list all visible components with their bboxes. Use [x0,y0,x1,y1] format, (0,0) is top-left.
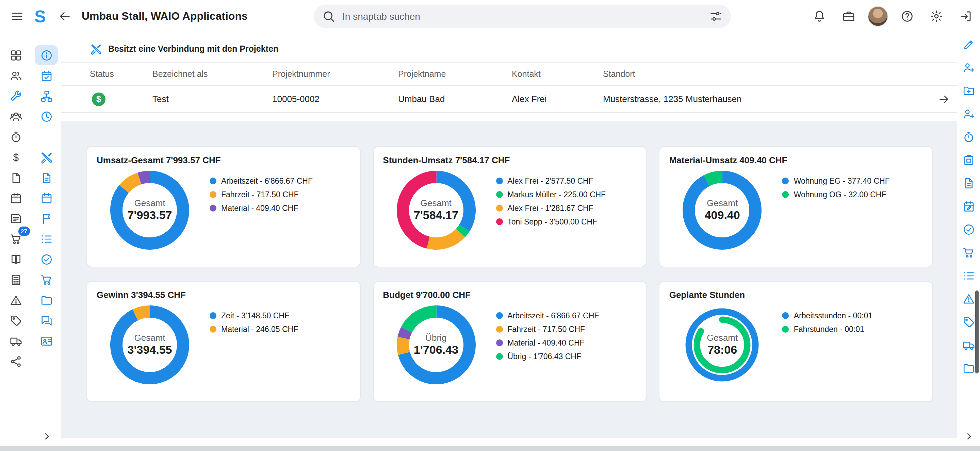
legend-dot [782,312,789,319]
help-icon [900,10,914,23]
nav-tools[interactable] [35,147,58,167]
app-logo[interactable]: S [31,8,49,25]
legend-dot [782,191,789,198]
apps-toolbox-button[interactable] [838,6,859,27]
nav-cart[interactable] [957,241,980,264]
help-button[interactable] [897,6,917,27]
avatar[interactable] [868,6,888,27]
nav-chat[interactable] [35,310,58,330]
nav-warning[interactable] [4,290,27,310]
nav-calendar[interactable] [4,188,27,208]
card-title: Material-Umsatz 409.40 CHF [669,155,923,165]
nav-folder[interactable] [35,290,58,310]
cart-icon [962,246,975,259]
legend-item: Arbeitsstunden - 00:01 [782,309,872,322]
nav-check-circle[interactable] [957,218,980,241]
nav-contact[interactable] [35,330,58,351]
nav-file[interactable] [4,167,27,188]
project-connection-section: Besitzt eine Verbindung mit den Projekte… [61,33,957,113]
nav-person-add[interactable] [957,56,980,79]
nav-note[interactable] [4,208,27,229]
nav-doc-lines[interactable] [957,172,980,195]
nav-check-circle[interactable] [35,249,58,269]
settings-button[interactable] [926,6,947,27]
legend-item: Arbeitszeit - 6'866.67 CHF [210,174,313,188]
nav-groups[interactable] [4,106,27,127]
nav-stopwatch[interactable] [4,127,27,147]
nav-clipboard[interactable] [957,148,980,172]
table-header: StatusBezeichnet alsProjektnummerProjekt… [61,62,957,86]
sidebar-expand-chevron[interactable] [38,428,54,444]
truck-icon [9,334,22,347]
nav-listnum[interactable] [957,264,980,287]
legend-dot [210,312,216,319]
nav-calc[interactable] [4,269,27,290]
legend-dot [496,218,503,225]
flow-icon [40,89,53,102]
nav-folder-plus[interactable] [957,79,980,102]
nav-tag[interactable] [4,310,27,330]
legend-label: Material - 409.40 CHF [221,204,298,212]
stat-card: Gewinn 3'394.55 CHFGesamt3'394.55Zeit - … [86,281,360,402]
nav-cart[interactable]: 27 [4,229,27,249]
nav-calendar-check[interactable] [35,65,58,86]
status-icon: $ [92,92,105,106]
table-row[interactable]: $Test10005-0002Umbau BadAlex FreiMusters… [61,86,957,113]
cart-badge: 27 [18,227,30,236]
chart-legend: Arbeitsstunden - 00:01Fahrstunden - 00:0… [782,305,872,336]
legend-label: Fahrstunden - 00:01 [794,325,864,333]
scrollbar-thumb[interactable] [975,291,978,373]
stat-card: Budget 9'700.00 CHFÜbrig1'706.43Arbeitsz… [372,281,646,402]
back-button[interactable] [54,6,75,27]
nav-flow[interactable] [35,86,58,106]
users-icon [9,69,22,82]
legend-dot [496,191,503,198]
nav-dollar[interactable] [4,147,27,167]
right-rail-chevron[interactable] [960,428,977,444]
nav-calendar[interactable] [35,188,58,208]
nav-users[interactable] [4,65,27,86]
nav-truck[interactable] [4,330,27,351]
legend-item: Material - 409.40 CHF [496,336,599,349]
nav-clock[interactable] [35,106,58,127]
person-add-icon [962,61,975,74]
nav-grid[interactable] [4,45,27,65]
tag-icon [9,314,22,327]
nav-pencil[interactable] [957,33,980,56]
tune-filter-icon[interactable] [709,10,723,23]
groups-icon [9,110,22,123]
nav-info[interactable] [35,45,58,65]
nav-person-add[interactable] [957,102,980,125]
notifications-button[interactable] [809,6,830,27]
column-header: Bezeichnet als [153,69,272,79]
nav-share[interactable] [4,351,27,372]
legend-label: Zeit - 3'148.50 CHF [221,311,289,320]
nav-wrench[interactable] [4,86,27,106]
card-title: Umsatz-Gesamt 7'993.57 CHF [97,155,350,165]
legend-dot [496,353,503,360]
listnum-icon [40,232,53,245]
legend-dot [496,340,503,346]
logout-button[interactable] [956,6,976,27]
nav-book[interactable] [4,249,27,269]
nav-listnum[interactable] [35,229,58,249]
menu-button[interactable] [7,6,27,27]
legend-label: Fahrzeit - 717.50 CHF [221,191,299,199]
nav-calendar-edit[interactable] [957,195,980,218]
legend-label: Arbeitsstunden - 00:01 [794,311,872,320]
file-icon [9,171,22,184]
folder-icon [962,362,975,375]
nav-flag[interactable] [35,208,58,229]
search-input[interactable] [342,11,709,22]
nav-stopwatch[interactable] [957,125,980,148]
nav-cart[interactable] [35,269,58,290]
chart-legend: Zeit - 3'148.50 CHFMaterial - 246.05 CHF [210,305,298,336]
share-icon [9,355,22,368]
row-open-arrow[interactable] [938,93,950,105]
legend-dot [782,178,789,184]
chevron-right-icon [963,431,974,441]
legend-label: Wohnung OG - 32.00 CHF [794,191,886,199]
wrench-icon [9,89,22,102]
legend-label: Arbeitszeit - 6'866.67 CHF [508,311,599,320]
nav-doc-lines[interactable] [35,167,58,188]
